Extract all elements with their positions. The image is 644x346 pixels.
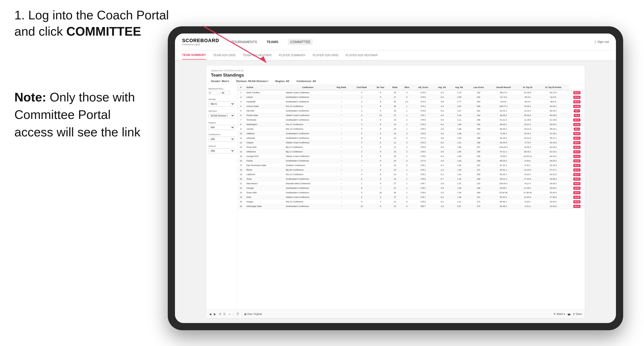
division-select[interactable]: NCAA Division I [208,113,235,118]
table-cell: Virginia [244,141,284,145]
table-cell: 1.39 [450,195,468,199]
table-row: 15Georgia TechAtlantic Coast Conference–… [237,154,585,159]
standings-table: # School Conference Reg Rank Conf Rank N… [237,85,585,209]
col-low-score: Low Score [468,85,489,90]
table-cell: 1.28 [450,186,468,190]
sidebar-region-group: Region N/A [208,122,235,130]
footer-clock-icon[interactable]: ⏱ [236,312,239,316]
sub-nav-player-summary[interactable]: PLAYER SUMMARY [279,51,306,59]
table-cell: -5.1 [434,172,450,177]
nav-committee[interactable]: COMMITTEE [288,39,313,45]
sub-nav-player-h2h-grid[interactable]: PLAYER H2H GRID [313,51,338,59]
filter-gender: Gender: Men's [211,80,229,83]
table-cell: 6.2 [401,100,413,104]
table-cell: -5.2 [434,90,450,95]
table-cell: -1.4 [434,168,450,172]
table-cell: 80.71 [569,136,585,141]
nav-teams[interactable]: TEAMS [266,39,278,45]
table-cell: Southeastern Conference [284,190,332,195]
table-cell: 8 [372,122,389,127]
table-cell: 275.7 [413,113,434,118]
footer-watch-btn[interactable]: 👁 Watch ▾ [554,313,565,315]
table-cell: 267 [468,163,489,168]
gender-select[interactable]: Men's [208,101,235,107]
footer-next-icon[interactable]: ▶ [214,312,216,316]
table-cell: 34-25-2 [537,159,569,163]
table-cell: 80.57 [569,141,585,145]
footer-copy-icon[interactable]: ⎘ [224,312,226,316]
table-cell: 2 [401,118,413,122]
min-rounds-min[interactable] [208,91,218,95]
min-rounds-max[interactable] [221,91,230,95]
table-cell: 2 [351,150,372,154]
table-cell: 27 [389,113,401,118]
table-row: 4Arizona StatePac-12 Conference–18261274… [237,104,585,109]
school-select[interactable]: (All) [208,148,235,153]
table-cell: 2 [351,122,372,127]
table-cell: 87-21-2 [489,163,518,168]
table-cell: -0.7 [434,177,450,181]
table-cell: 23 [389,136,401,141]
sidebar-school-group: School (All) [208,145,235,153]
table-row: 26Mississippi StateSoutheastern Conferen… [237,204,585,209]
table-cell: 1.53 [450,172,468,177]
nav-tournaments[interactable]: TOURNAMENTS [231,39,257,45]
table-cell: 42-16-0 [518,90,537,95]
sign-out-button[interactable]: | Sign out [595,40,609,43]
table-cell: 80.47 [569,154,585,159]
sub-nav-team-h2h-heatmap[interactable]: TEAM H2H HEATMAP [243,51,272,59]
table-cell: 80.71 [569,118,585,122]
table-cell: 23-33-1 [537,199,569,204]
table-cell: Oklahoma [244,150,284,154]
table-cell: 1 [401,109,413,113]
table-cell: 35-14-0 [537,141,569,145]
table-cell: 19 [237,172,244,177]
table-cell: 276.3 [413,122,434,127]
table-cell: Atlantic Coast Conference [284,141,332,145]
table-cell: 1 [237,90,244,95]
table-cell: Big 12 Conference [284,150,332,154]
table-row: 12VirginiaAtlantic Coast Conference–4821… [237,141,585,145]
standings-card: Update time: 27/03/2024 16:56:26 Team St… [206,66,585,318]
footer-view-original[interactable]: ▦ View: Original [244,313,262,315]
table-cell: 86.62 [569,100,585,104]
table-cell: California [244,172,284,177]
table-cell: 4 [401,159,413,163]
table-cell: 276.3 [413,127,434,131]
sub-nav-team-h2h-grid[interactable]: TEAM H2H GRID [213,51,236,59]
table-cell: 215 [468,181,489,186]
table-cell: 8 [372,154,389,159]
table-cell: 259 [468,150,489,154]
table-cell: 278.1 [413,163,434,168]
table-cell: -3.8 [434,186,450,190]
footer-add-icon[interactable]: ＋ [228,312,231,316]
table-cell: 6 [401,141,413,145]
table-cell: 82.98 [569,195,585,199]
table-cell: 5 [351,199,372,204]
table-cell: – [332,131,351,136]
table-cell: 2 [237,95,244,100]
table-cell: 87.21 [569,95,585,100]
footer-screenshot-btn[interactable]: 📷 [568,313,570,315]
table-cell: Southeastern Conference [284,177,332,181]
footer-share-btn[interactable]: ⬆ Share [573,313,582,315]
table-cell: 80.02 [569,159,585,163]
region-select[interactable]: N/A [208,125,235,130]
table-cell: 29-21-0 [537,172,569,177]
table-cell: 3 [401,131,413,136]
table-cell: 63-15-1 [489,109,518,113]
table-cell: 20 [237,177,244,181]
table-cell: 7 [351,159,372,163]
table-cell: 27 [389,95,401,100]
table-cell: 6 [372,118,389,122]
sub-nav-player-h2h-heatmap[interactable]: PLAYER H2H HEATMAP [346,51,378,59]
table-cell: 1.86 [450,131,468,136]
footer-prev-icon[interactable]: ◀ [209,312,212,316]
conference-select[interactable]: (All) [208,137,235,142]
table-wrapper: # School Conference Reg Rank Conf Rank N… [237,85,585,310]
table-cell: 8 [351,177,372,181]
table-row: 19CaliforniaPac-12 Conference–48242278.2… [237,172,585,177]
table-cell: 24 [237,195,244,199]
footer-refresh-icon[interactable]: ↺ [218,312,221,316]
sub-nav-team-summary[interactable]: TEAM SUMMARY [182,51,206,60]
